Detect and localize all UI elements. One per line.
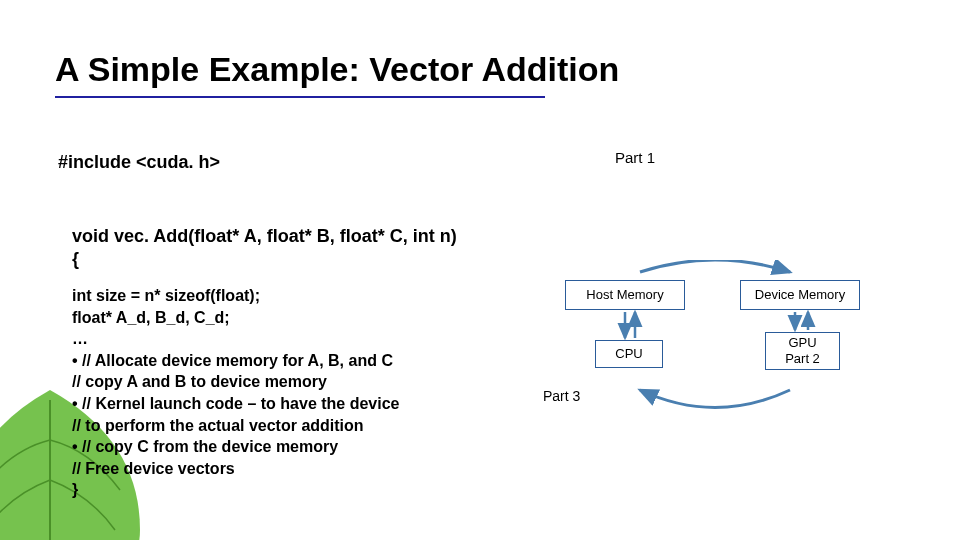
title-underline [55,96,545,98]
host-memory-label: Host Memory [586,287,663,303]
include-directive: #include <cuda. h> [58,152,220,173]
device-memory-label: Device Memory [755,287,845,303]
part1-label: Part 1 [615,149,655,166]
code-body: int size = n* sizeof(float); float* A_d,… [72,285,399,501]
func-sig-line1: void vec. Add(float* A, float* B, float*… [72,225,457,248]
gpu-box: GPUPart 2 [765,332,840,370]
func-sig-line2: { [72,248,457,271]
page-title: A Simple Example: Vector Addition [55,50,619,89]
cpu-label: CPU [615,346,642,362]
memory-diagram: Host Memory Device Memory CPU GPUPart 2 … [540,260,920,460]
host-memory-box: Host Memory [565,280,685,310]
function-signature: void vec. Add(float* A, float* B, float*… [72,225,457,272]
gpu-label: GPUPart 2 [785,335,820,366]
device-memory-box: Device Memory [740,280,860,310]
cpu-box: CPU [595,340,663,368]
part3-label: Part 3 [543,388,580,404]
